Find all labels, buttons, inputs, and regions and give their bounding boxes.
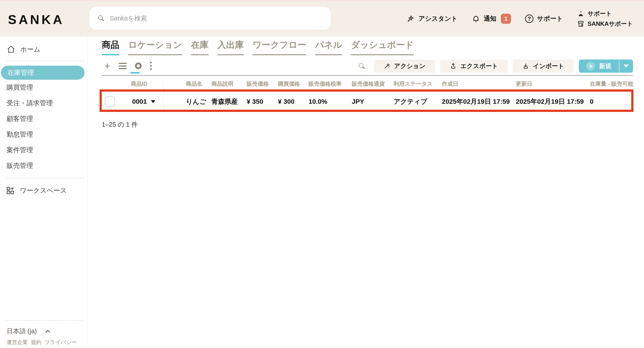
add-view-icon[interactable]: + — [104, 61, 110, 71]
home-icon — [6, 45, 16, 54]
sidebar-item-label: ホーム — [20, 45, 40, 54]
sidebar: ホーム 在庫管理 購買管理 受注・請求管理 顧客管理 勤怠管理 案件管理 販売管… — [0, 36, 88, 348]
table-toolbar: アクション エクスポート インポート — [358, 60, 633, 73]
plus-icon: + — [586, 62, 595, 70]
org-name: SANKAサポート — [588, 20, 633, 28]
wand-icon — [406, 14, 415, 23]
sanka-logo: SANKA — [8, 12, 64, 27]
module-tabs: 商品 ロケーション 在庫 入出庫 ワークフロー パネル ダッシュボード — [102, 39, 414, 55]
bell-icon — [472, 14, 480, 23]
column-header-sale-price[interactable]: 販売価格 — [240, 76, 275, 92]
support-button[interactable]: ? サポート — [525, 14, 563, 23]
app-root: SANKA アシスタント — [0, 0, 644, 348]
sidebar-divider — [6, 61, 84, 61]
export-button[interactable]: エクスポート — [440, 60, 508, 73]
table-row[interactable]: 0001 りんご 青森県産 ¥ 350 ¥ 300 10.0% JPY アクティ… — [101, 92, 633, 112]
assistant-label: アシスタント — [418, 14, 458, 23]
sidebar-item-workspace[interactable]: ワークスペース — [0, 183, 88, 198]
column-header-updated[interactable]: 更新日 — [514, 76, 587, 92]
workspace-icon — [6, 186, 15, 195]
import-icon — [522, 62, 529, 70]
column-header-created[interactable]: 作成日 — [440, 76, 514, 92]
sidebar-item-label: 勤怠管理 — [6, 130, 33, 139]
user-avatar-icon — [577, 10, 584, 18]
row-updated: 2025年02月19日 17:59 — [514, 92, 587, 112]
column-header-status[interactable]: 利用ステータス — [392, 76, 440, 92]
tab-dashboard[interactable]: ダッシュボード — [351, 39, 414, 55]
tab-workflow[interactable]: ワークフロー — [252, 39, 306, 55]
sidebar-item-sales[interactable]: 販売管理 — [0, 158, 88, 174]
language-label: 日本語 (ja) — [6, 327, 37, 336]
list-view-icon[interactable] — [119, 63, 127, 69]
sidebar-item-label: 受注・請求管理 — [6, 99, 53, 108]
column-header-product-name[interactable]: 商品名 — [164, 76, 209, 92]
tab-products[interactable]: 商品 — [102, 39, 119, 55]
org-store-icon — [577, 20, 584, 28]
sidebar-item-orders-billing[interactable]: 受注・請求管理 — [0, 95, 88, 111]
global-search[interactable] — [90, 7, 331, 30]
caret-down-icon — [151, 100, 155, 103]
row-id-dropdown[interactable]: 0001 — [132, 98, 155, 105]
sidebar-footer: 日本語 (ja) 運営企業 規約 プライバシー — [0, 316, 88, 348]
export-icon — [450, 62, 457, 70]
circle-view-icon[interactable] — [135, 62, 142, 69]
column-header-product-id[interactable]: 商品ID — [101, 76, 164, 92]
new-button[interactable]: + 新規 — [579, 60, 633, 73]
notification-count-badge[interactable]: 1 — [501, 14, 511, 24]
sidebar-item-label: 購買管理 — [6, 83, 33, 92]
legal-link-company[interactable]: 運営企業 — [6, 339, 28, 346]
active-view-indicator — [130, 72, 140, 74]
language-selector[interactable]: 日本語 (ja) — [0, 325, 88, 338]
row-tax-rate: 10.0% — [306, 92, 350, 112]
sidebar-item-attendance[interactable]: 勤怠管理 — [0, 127, 88, 142]
search-input[interactable] — [110, 15, 323, 22]
import-button[interactable]: インポート — [512, 60, 574, 73]
sidebar-item-label: 案件管理 — [6, 146, 33, 154]
row-stock: 0 — [587, 92, 633, 112]
column-header-currency[interactable]: 販売価格通貨 — [350, 76, 392, 92]
sidebar-divider — [6, 320, 84, 321]
table-search-icon[interactable] — [358, 62, 366, 70]
view-toolbar: + — [104, 61, 152, 71]
column-header-description[interactable]: 商品説明 — [209, 76, 240, 92]
sidebar-item-inventory[interactable]: 在庫管理 — [1, 66, 84, 80]
sidebar-item-label: 在庫管理 — [8, 68, 34, 77]
legal-link-terms[interactable]: 規約 — [31, 339, 42, 346]
legal-link-privacy[interactable]: プライバシー — [44, 339, 77, 346]
help-icon: ? — [525, 14, 534, 23]
sidebar-item-home[interactable]: ホーム — [0, 42, 88, 56]
sidebar-item-label: 販売管理 — [6, 161, 33, 170]
tab-inout[interactable]: 入出庫 — [218, 39, 244, 55]
caret-down-icon — [624, 64, 628, 68]
search-icon — [97, 14, 105, 22]
workspace-label: ワークスペース — [20, 186, 67, 195]
new-dropdown-button[interactable] — [619, 60, 633, 73]
sidebar-divider — [6, 178, 84, 178]
column-header-stock[interactable]: 在庫量 - 販売可能 — [587, 76, 633, 92]
row-purchase-price: ¥ 300 — [275, 92, 306, 112]
row-checkbox[interactable] — [105, 96, 115, 106]
tab-locations[interactable]: ロケーション — [128, 39, 182, 55]
export-label: エクスポート — [460, 62, 498, 70]
column-header-tax-rate[interactable]: 販売価格税率 — [306, 76, 350, 92]
import-label: インポート — [533, 62, 564, 70]
notifications-button[interactable]: 通知 1 — [472, 14, 511, 24]
row-sale-price: ¥ 350 — [240, 92, 275, 112]
tab-stock[interactable]: 在庫 — [191, 39, 208, 55]
kebab-menu-icon[interactable] — [150, 62, 152, 70]
assistant-button[interactable]: アシスタント — [406, 14, 458, 23]
sidebar-item-customers[interactable]: 顧客管理 — [0, 111, 88, 127]
tab-panel[interactable]: パネル — [315, 39, 342, 55]
notifications-label: 通知 — [484, 14, 496, 23]
sidebar-item-label: 顧客管理 — [6, 114, 33, 123]
row-product-name: りんご — [164, 92, 209, 112]
user-menu[interactable]: サポート SANKAサポート — [577, 10, 633, 28]
column-header-purchase-price[interactable]: 購買価格 — [275, 76, 306, 92]
row-description: 青森県産 — [209, 92, 240, 112]
action-label: アクション — [394, 62, 426, 70]
new-label: 新規 — [599, 62, 612, 70]
action-button[interactable]: アクション — [374, 60, 435, 73]
sidebar-item-purchasing[interactable]: 購買管理 — [0, 80, 88, 95]
sidebar-item-projects[interactable]: 案件管理 — [0, 142, 88, 158]
support-label: サポート — [537, 14, 563, 23]
